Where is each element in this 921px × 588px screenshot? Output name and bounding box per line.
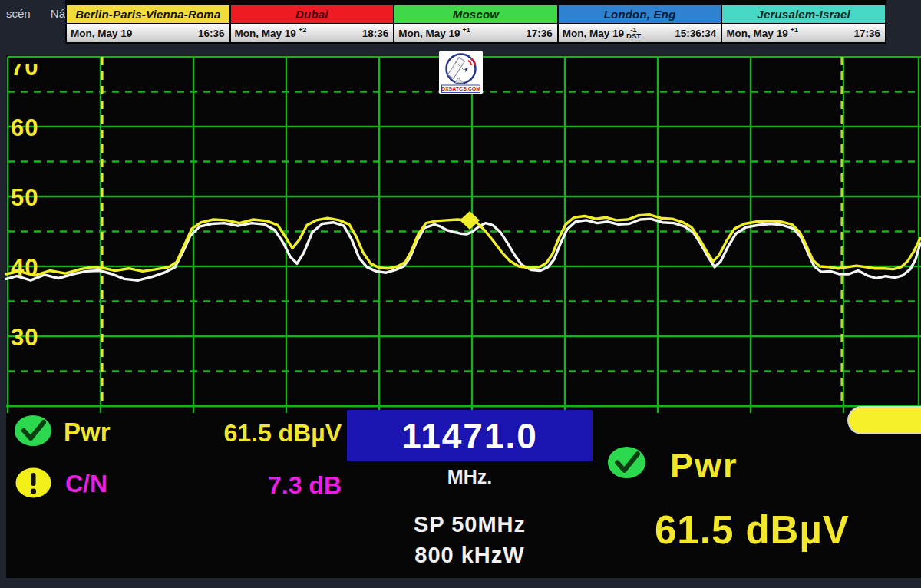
- city-header-berlin[interactable]: Berlin-Paris-Vienna-Roma: [67, 5, 229, 23]
- date-text: Mon, May 19: [563, 28, 624, 39]
- rbw-readout: 800 kHzW: [347, 543, 593, 568]
- city-header-london[interactable]: London, Eng: [559, 5, 721, 23]
- y-axis-tick-70-clip: 70: [11, 64, 54, 80]
- span-readout: SP 50MHz: [347, 512, 593, 537]
- city-header-dubai[interactable]: Dubai: [231, 5, 394, 23]
- y-axis-tick-60: 60: [11, 114, 54, 142]
- city-date-moscow: Mon, May 19 +1 17:36: [394, 24, 557, 42]
- menu-item-scene[interactable]: scén: [6, 7, 31, 20]
- date-text: Mon, May 19: [235, 28, 296, 39]
- time-text: 16:36: [198, 28, 225, 39]
- logo-text: DXSATCS.COM: [441, 86, 480, 91]
- time-text: 15:36:34: [675, 28, 716, 39]
- date-text: Mon, May 19: [398, 28, 460, 39]
- city-date-london: Mon, May 19 -1 DST 15:36:34: [559, 24, 721, 42]
- date-text: Mon, May 19: [726, 28, 787, 39]
- pwr-value-large: 61.5 dBµV: [655, 507, 850, 553]
- city-header-moscow[interactable]: Moscow: [394, 5, 557, 23]
- city-date-dubai: Mon, May 19 +2 18:36: [231, 24, 394, 42]
- cn-warning-icon: [15, 467, 51, 501]
- spectrum-analyzer-screen: { "menu": { "items": ["scén", "Nás"] }, …: [0, 0, 921, 588]
- city-header-jerusalem[interactable]: Jerusalem-Israel: [722, 5, 885, 23]
- clock-city-berlin: Berlin-Paris-Vienna-Roma Mon, May 19 16:…: [67, 5, 229, 42]
- clock-city-london: London, Eng Mon, May 19 -1 DST 15:36:34: [559, 5, 721, 42]
- y-axis-tick-40: 40: [11, 254, 54, 282]
- dxsatcs-logo: DXSATCS.COM: [439, 51, 483, 97]
- time-text: 17:36: [853, 28, 880, 39]
- pwr-label-large: Pwr: [670, 446, 738, 486]
- frequency-display: 11471.0: [347, 410, 593, 461]
- pwr-label: Pwr: [64, 418, 111, 447]
- y-axis-tick-30: 30: [11, 324, 54, 352]
- cn-label: C/N: [65, 470, 107, 498]
- y-axis-tick-50: 50: [11, 184, 54, 212]
- time-text: 17:36: [526, 28, 553, 39]
- world-clock-widget: Berlin-Paris-Vienna-Roma Mon, May 19 16:…: [65, 0, 886, 44]
- clock-city-moscow: Moscow Mon, May 19 +1 17:36: [394, 5, 557, 42]
- utc-offset: +1: [791, 26, 798, 34]
- date-text: Mon, May 19: [71, 28, 132, 39]
- pwr-ok-icon: [14, 415, 52, 450]
- time-text: 18:36: [362, 28, 389, 39]
- cn-value: 7.3 dB: [154, 471, 342, 500]
- yellow-indicator-pill[interactable]: [849, 408, 921, 433]
- frequency-unit: MHz.: [347, 466, 593, 488]
- clock-city-jerusalem: Jerusalem-Israel Mon, May 19 +1 17:36: [722, 5, 885, 42]
- dst-label: DST: [626, 33, 641, 39]
- frequency-value: 11471.0: [401, 415, 538, 457]
- satellite-dish-icon: DXSATCS.COM: [439, 51, 483, 94]
- dst-indicator: -1 DST: [626, 27, 641, 39]
- city-date-berlin: Mon, May 19 16:36: [67, 24, 229, 42]
- pwr-value: 61.5 dBµV: [154, 419, 342, 448]
- pwr-ok-icon-large: [606, 446, 647, 482]
- utc-offset: +1: [462, 26, 470, 34]
- city-date-jerusalem: Mon, May 19 +1 17:36: [722, 24, 885, 42]
- utc-offset: +2: [299, 26, 306, 34]
- clock-city-dubai: Dubai Mon, May 19 +2 18:36: [231, 5, 394, 42]
- y-axis-tick-70: 70: [11, 64, 54, 80]
- analyzer-screen-background: [6, 55, 921, 578]
